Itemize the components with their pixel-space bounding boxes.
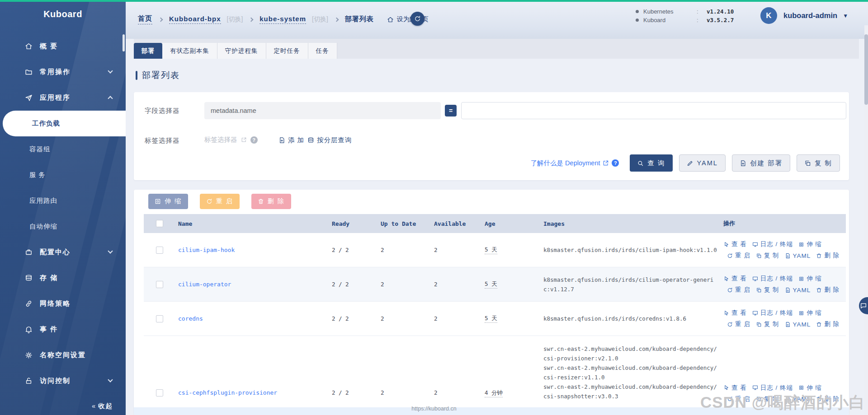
deployment-name-link[interactable]: csi-cephfsplugin-provisioner bbox=[178, 389, 277, 396]
create-deployment-button[interactable]: 创建 部署 bbox=[732, 154, 790, 172]
row-delete-link[interactable]: 删 除 bbox=[816, 252, 840, 260]
kuboard-app: Kuboard 概 要 常用操作 应用程序 工作负载 容器组 bbox=[0, 0, 868, 415]
select-all-checkbox[interactable] bbox=[156, 220, 163, 227]
breadcrumb-current-page: 部署列表 bbox=[345, 15, 374, 24]
row-scale-link[interactable]: 伸 缩 bbox=[798, 275, 822, 283]
label-selector-picker[interactable]: 标签选择器 ? bbox=[204, 135, 258, 144]
breadcrumb-home[interactable]: 首页 bbox=[138, 14, 152, 24]
row-checkbox[interactable] bbox=[156, 247, 163, 254]
add-label-button[interactable]: 添 加 bbox=[278, 136, 304, 145]
cluster-switch-link[interactable]: [切换] bbox=[227, 15, 243, 23]
tab-daemonsets[interactable]: 守护进程集 bbox=[217, 43, 266, 59]
sidebar-item-overview[interactable]: 概 要 bbox=[0, 33, 126, 59]
learn-deployment-link[interactable]: 了解什么是 Deployment ? bbox=[531, 159, 619, 168]
row-restart-link[interactable]: 重 启 bbox=[727, 286, 750, 294]
sidebar-item-config-center[interactable]: 配置中心 bbox=[0, 239, 126, 265]
sidebar-item-workloads[interactable]: 工作负载 bbox=[3, 111, 126, 136]
row-logs-terminal-link[interactable]: 日志 / 终端 bbox=[752, 275, 793, 283]
row-scale-link[interactable]: 伸 缩 bbox=[798, 309, 822, 317]
row-copy-link[interactable]: 复 制 bbox=[756, 252, 779, 260]
row-copy-link[interactable]: 复 制 bbox=[756, 286, 779, 294]
sidebar-item-pods[interactable]: 容器组 bbox=[0, 136, 126, 162]
search-icon bbox=[637, 160, 644, 167]
bell-icon bbox=[25, 326, 33, 333]
row-yaml-link[interactable]: YAML bbox=[785, 287, 811, 294]
row-restart-link[interactable]: 重 启 bbox=[727, 320, 750, 328]
sidebar-item-access-control[interactable]: 访问控制 bbox=[0, 368, 126, 394]
brand-logo: Kuboard bbox=[0, 2, 126, 19]
yaml-button[interactable]: YAML bbox=[679, 154, 726, 172]
field-selector-input[interactable] bbox=[204, 102, 441, 119]
monitor-icon bbox=[752, 242, 758, 247]
batch-delete-button[interactable]: 删 除 bbox=[251, 194, 291, 209]
layered-query-button[interactable]: 按分层查询 bbox=[307, 136, 352, 145]
sidebar-item-namespace-settings[interactable]: 名称空间设置 bbox=[0, 342, 126, 368]
row-view-link[interactable]: 查 看 bbox=[723, 309, 747, 317]
operator-button[interactable]: = bbox=[445, 105, 457, 117]
breadcrumb-cluster[interactable]: Kubboard-bpx bbox=[169, 15, 221, 24]
row-operations: 查 看 日志 / 终端 伸 缩 重 启 复 制 YAML 删 除 bbox=[721, 239, 846, 261]
table-header-row: Name Ready Up to Date Available Age Imag… bbox=[144, 214, 846, 233]
tab-jobs[interactable]: 任务 bbox=[308, 43, 337, 59]
scale-icon bbox=[155, 198, 161, 205]
age-value[interactable]: 5 天 bbox=[485, 246, 497, 254]
chevron-up-icon bbox=[108, 96, 113, 101]
table-row: cilium-operator 2 / 2 2 2 5 天 k8smaster.… bbox=[144, 267, 846, 302]
sidebar-item-services[interactable]: 服 务 bbox=[0, 162, 126, 188]
row-scale-link[interactable]: 伸 缩 bbox=[798, 384, 822, 392]
row-checkbox[interactable] bbox=[156, 281, 163, 288]
batch-restart-button[interactable]: 重 启 bbox=[200, 194, 240, 209]
row-checkbox[interactable] bbox=[156, 315, 163, 322]
query-button[interactable]: 查 询 bbox=[630, 154, 672, 172]
sidebar-item-common-ops[interactable]: 常用操作 bbox=[0, 59, 126, 85]
sidebar-item-events[interactable]: 事 件 bbox=[0, 317, 126, 342]
row-copy-link[interactable]: 复 制 bbox=[756, 320, 779, 328]
copy-button[interactable]: 复 制 bbox=[797, 154, 840, 172]
sidebar-item-autoscale[interactable]: 自动伸缩 bbox=[0, 214, 126, 239]
age-value[interactable]: 5 天 bbox=[485, 315, 497, 323]
tab-statefulsets[interactable]: 有状态副本集 bbox=[162, 43, 217, 59]
namespace-switch-link[interactable]: [切换] bbox=[312, 15, 328, 23]
tab-deployments[interactable]: 部署 bbox=[134, 43, 162, 59]
row-view-link[interactable]: 查 看 bbox=[723, 384, 747, 392]
deployment-name-link[interactable]: cilium-operator bbox=[178, 281, 231, 288]
row-delete-link[interactable]: 删 除 bbox=[816, 320, 840, 328]
deployment-name-link[interactable]: cilium-ipam-hook bbox=[178, 247, 235, 253]
row-logs-terminal-link[interactable]: 日志 / 终端 bbox=[752, 384, 793, 392]
question-icon[interactable]: ? bbox=[612, 159, 619, 167]
chevron-down-icon bbox=[108, 68, 113, 73]
row-logs-terminal-link[interactable]: 日志 / 终端 bbox=[752, 309, 793, 317]
scrollbar-thumb[interactable] bbox=[864, 34, 868, 105]
bullet-icon bbox=[636, 19, 639, 22]
batch-scale-button[interactable]: 伸 缩 bbox=[148, 194, 188, 209]
field-value-input[interactable] bbox=[461, 102, 846, 119]
age-value[interactable]: 4 分钟 bbox=[485, 389, 503, 397]
pencil-icon bbox=[687, 160, 693, 167]
sidebar-item-ingress[interactable]: 应用路由 bbox=[0, 188, 126, 214]
page-scrollbar[interactable] bbox=[864, 25, 868, 415]
refresh-button[interactable] bbox=[410, 12, 425, 26]
monitor-icon bbox=[752, 385, 758, 391]
breadcrumb-namespace[interactable]: kube-system bbox=[259, 15, 306, 24]
row-view-link[interactable]: 查 看 bbox=[723, 240, 747, 248]
deployment-name-link[interactable]: coredns bbox=[178, 315, 203, 322]
trash-icon bbox=[816, 322, 822, 327]
row-yaml-link[interactable]: YAML bbox=[785, 321, 811, 328]
row-restart-link[interactable]: 重 启 bbox=[727, 252, 750, 260]
sidebar-item-applications[interactable]: 应用程序 bbox=[0, 85, 126, 111]
sidebar-item-storage[interactable]: 存 储 bbox=[0, 265, 126, 291]
sidebar-item-network-policy[interactable]: 网络策略 bbox=[0, 291, 126, 317]
tab-cronjobs[interactable]: 定时任务 bbox=[266, 43, 308, 59]
header-age: Age bbox=[482, 220, 541, 227]
row-scale-link[interactable]: 伸 缩 bbox=[798, 240, 822, 248]
row-yaml-link[interactable]: YAML bbox=[785, 252, 811, 259]
breadcrumb-separator-icon bbox=[159, 17, 163, 22]
question-icon[interactable]: ? bbox=[250, 136, 258, 144]
row-view-link[interactable]: 查 看 bbox=[723, 275, 747, 283]
row-logs-terminal-link[interactable]: 日志 / 终端 bbox=[752, 240, 793, 248]
external-link-icon bbox=[241, 137, 247, 143]
row-delete-link[interactable]: 删 除 bbox=[816, 286, 840, 294]
row-checkbox[interactable] bbox=[156, 389, 163, 396]
age-value[interactable]: 5 天 bbox=[485, 280, 497, 289]
user-menu[interactable]: K kuboard-admin ▼ bbox=[760, 7, 848, 24]
